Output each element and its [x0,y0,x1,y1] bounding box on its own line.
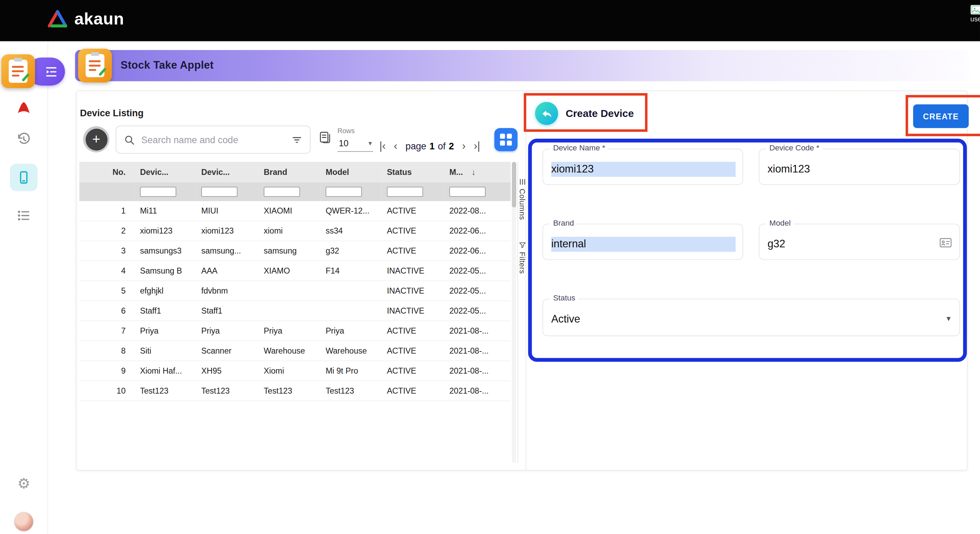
history-icon [16,132,31,146]
sidebar-user-avatar[interactable] [14,512,33,531]
brand-field[interactable]: Brand internal [542,224,743,260]
table-row[interactable]: 8SitiScannerWarehouseWarehouseACTIVE2021… [80,341,511,361]
col-no[interactable]: No. [80,162,135,183]
cell-brand: Xiomi [259,361,321,381]
first-page-button[interactable]: |‹ [379,141,385,151]
tab-filters[interactable]: Filters [518,241,526,274]
sidebar-item-pdf[interactable] [14,99,33,117]
col-device-name[interactable]: Devic... [135,162,196,183]
create-button[interactable]: CREATE [913,104,969,128]
brand-label: Brand [550,219,577,227]
sidebar-item-history[interactable] [16,131,32,147]
sidebar-item-devices[interactable] [10,164,38,191]
cell-name: Test123 [135,381,196,401]
table-row[interactable]: 6Staff1Staff1INACTIVE2022-05... [80,301,511,321]
table-row[interactable]: 4Samsung BAAAXIAMOF14INACTIVE2022-05... [80,261,511,281]
back-button[interactable] [535,102,558,125]
cell-name: efghjkl [135,281,196,301]
cell-name: Priya [135,321,196,341]
cell-code: xiomi123 [196,221,259,241]
cell-status: INACTIVE [382,301,444,321]
cell-brand [259,301,321,321]
cell-name: xiomi123 [135,221,196,241]
next-page-button[interactable]: › [462,141,466,151]
cell-code: Priya [196,321,259,341]
model-field[interactable]: Model g32 [759,224,960,260]
pagination: |‹ ‹ page 1 of 2 › ›| [379,141,480,151]
cell-modified: 2021-08-... [444,361,511,381]
device-name-field[interactable]: Device Name * xiomi123 [542,149,743,185]
table-row[interactable]: 7PriyaPriyaPriyaPriyaACTIVE2021-08-... [80,321,511,341]
filter-input-model[interactable] [326,187,362,197]
user-avatar-broken[interactable]: user [970,5,980,22]
cell-no: 1 [80,201,135,221]
back-arrow-icon [540,107,553,120]
table-row[interactable]: 10Test123Test123Test123Test123ACTIVE2021… [80,381,511,401]
device-name-label: Device Name * [550,144,608,153]
last-page-button[interactable]: ›| [474,141,480,151]
top-bar: akaun user [0,0,980,41]
table-scrollbar[interactable] [512,162,516,463]
table-row[interactable]: 5efghjklfdvbnmINACTIVE2022-05... [80,281,511,301]
col-modified-label: M... [449,167,463,176]
scrollbar-thumb[interactable] [512,162,516,207]
cell-status: ACTIVE [382,321,444,341]
tab-columns[interactable]: Columns [518,178,526,220]
filter-input-modified[interactable] [449,187,485,197]
table-row[interactable]: 9Xiomi Haf...XH95XiomiMi 9t ProACTIVE202… [80,361,511,381]
user-label: user [970,15,980,22]
cell-modified: 2022-08... [444,201,511,221]
table-row[interactable]: 2xiomi123xiomi123xiomiss34ACTIVE2022-06.… [80,221,511,241]
status-field[interactable]: Status Active ▾ [542,299,960,336]
filter-input-brand[interactable] [264,187,300,197]
cell-model: Warehouse [321,341,382,361]
col-model[interactable]: Model [321,162,382,183]
dropdown-arrow-icon[interactable]: ▾ [947,313,951,323]
pdf-icon [15,99,32,117]
table-side-tabs: Columns Filters [518,162,526,463]
status-value: Active [551,313,580,325]
rows-per-page-select[interactable]: 10 ▾ [337,137,373,152]
cell-status: INACTIVE [382,281,444,301]
filter-input-device-code[interactable] [201,187,237,197]
filter-input-status[interactable] [387,187,423,197]
applet-grid-button[interactable] [495,128,518,151]
stock-take-applet-icon [78,49,112,83]
contact-card-icon[interactable] [939,237,952,248]
mobile-device-icon [16,170,31,185]
col-brand[interactable]: Brand [259,162,321,183]
sidebar-item-settings[interactable]: ⚙ [16,475,32,491]
table-row[interactable]: 3samsungs3samsung...samsungg32ACTIVE2022… [80,241,511,261]
search-input[interactable] [140,134,286,146]
cell-brand: Warehouse [259,341,321,361]
cell-brand: XIAMO [259,261,321,281]
col-device-code[interactable]: Devic... [196,162,259,183]
cell-model: F14 [321,261,382,281]
table-row[interactable]: 1Mi11MIUIXIAOMIQWER-12...ACTIVE2022-08..… [80,201,511,221]
filter-input-device-name[interactable] [140,187,176,197]
cell-name: Mi11 [135,201,196,221]
akaun-logo[interactable]: akaun [46,9,124,29]
search-icon [124,134,135,146]
sidebar-item-list[interactable] [16,207,32,224]
add-device-button[interactable]: + [83,126,110,153]
cell-modified: 2021-08-... [444,341,511,361]
device-code-field[interactable]: Device Code * xiomi123 [759,149,960,185]
stock-take-applet-icon[interactable] [2,54,35,88]
page-title: Stock Take Applet [121,50,214,81]
filter-list-icon[interactable] [291,134,302,146]
col-modified[interactable]: M...↓ [444,162,511,183]
app-banner: Stock Take Applet [75,50,969,81]
cell-name: samsungs3 [135,241,196,261]
cell-status: ACTIVE [382,221,444,241]
cell-no: 6 [80,301,135,321]
cell-code: Scanner [196,341,259,361]
sort-desc-icon[interactable]: ↓ [472,167,476,176]
cell-brand: Priya [259,321,321,341]
prev-page-button[interactable]: ‹ [394,141,397,151]
col-status[interactable]: Status [382,162,444,183]
cell-status: ACTIVE [382,361,444,381]
page-total: 2 [449,141,454,151]
cell-no: 9 [80,361,135,381]
device-table-body: 1Mi11MIUIXIAOMIQWER-12...ACTIVE2022-08..… [80,201,511,401]
